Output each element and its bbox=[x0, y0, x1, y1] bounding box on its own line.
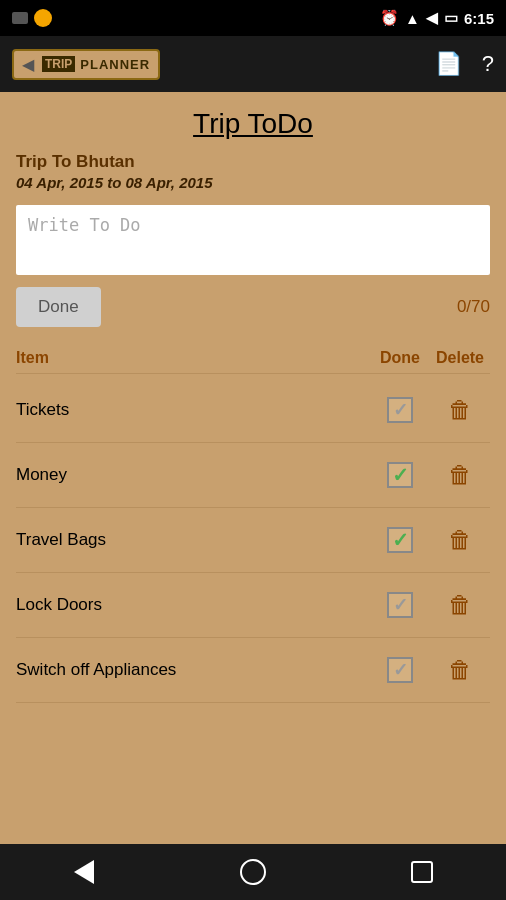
trip-dates: 04 Apr, 2015 to 08 Apr, 2015 bbox=[16, 174, 490, 191]
trash-icon: 🗑 bbox=[448, 396, 472, 424]
notification-icon bbox=[34, 9, 52, 27]
todo-checkbox[interactable]: ✓ bbox=[387, 592, 413, 618]
back-button[interactable] bbox=[64, 852, 104, 892]
todo-item-label: Money bbox=[16, 465, 370, 485]
todo-item-label: Switch off Appliances bbox=[16, 660, 370, 680]
todo-checkbox[interactable]: ✓ bbox=[387, 397, 413, 423]
back-arrow-icon: ◀ bbox=[22, 55, 34, 74]
done-button[interactable]: Done bbox=[16, 287, 101, 327]
todo-checkbox[interactable]: ✓ bbox=[387, 462, 413, 488]
todo-delete-button[interactable]: 🗑 bbox=[430, 396, 490, 424]
todo-checkbox-wrap: ✓ bbox=[370, 657, 430, 683]
todo-input[interactable] bbox=[16, 205, 490, 275]
todo-checkbox[interactable]: ✓ bbox=[387, 657, 413, 683]
todo-checkbox-wrap: ✓ bbox=[370, 397, 430, 423]
todo-checkbox[interactable]: ✓ bbox=[387, 527, 413, 553]
col-done-header: Done bbox=[370, 349, 430, 367]
trip-name: Trip To Bhutan bbox=[16, 152, 490, 172]
page-title: Trip ToDo bbox=[16, 92, 490, 152]
main-content: Trip ToDo Trip To Bhutan 04 Apr, 2015 to… bbox=[0, 92, 506, 844]
todo-delete-button[interactable]: 🗑 bbox=[430, 656, 490, 684]
planner-label: PLANNER bbox=[80, 57, 150, 72]
trash-icon: 🗑 bbox=[448, 656, 472, 684]
trash-icon: 🗑 bbox=[448, 461, 472, 489]
nav-actions: 📄 ? bbox=[435, 51, 494, 77]
todo-checkbox-wrap: ✓ bbox=[370, 592, 430, 618]
table-row: Money✓🗑 bbox=[16, 443, 490, 508]
signal-icon: ◀ bbox=[426, 9, 438, 27]
done-row: Done 0/70 bbox=[16, 287, 490, 327]
table-row: Travel Bags✓🗑 bbox=[16, 508, 490, 573]
home-button[interactable] bbox=[233, 852, 273, 892]
todo-item-label: Lock Doors bbox=[16, 595, 370, 615]
time-display: 6:15 bbox=[464, 10, 494, 27]
nav-bar: ◀ TRIP PLANNER 📄 ? bbox=[0, 36, 506, 92]
battery-icon: ▭ bbox=[444, 9, 458, 27]
table-row: Lock Doors✓🗑 bbox=[16, 573, 490, 638]
screenshot-icon bbox=[12, 12, 28, 24]
todo-list: Tickets✓🗑Money✓🗑Travel Bags✓🗑Lock Doors✓… bbox=[16, 378, 490, 703]
checkmark-gray-icon: ✓ bbox=[393, 399, 408, 421]
col-delete-header: Delete bbox=[430, 349, 490, 367]
todo-delete-button[interactable]: 🗑 bbox=[430, 526, 490, 554]
status-bar: ⏰ ▲ ◀ ▭ 6:15 bbox=[0, 0, 506, 36]
document-icon[interactable]: 📄 bbox=[435, 51, 462, 77]
todo-checkbox-wrap: ✓ bbox=[370, 462, 430, 488]
trash-icon: 🗑 bbox=[448, 526, 472, 554]
table-row: Tickets✓🗑 bbox=[16, 378, 490, 443]
wifi-icon: ▲ bbox=[405, 10, 420, 27]
checkmark-gray-icon: ✓ bbox=[393, 594, 408, 616]
status-right-icons: ⏰ ▲ ◀ ▭ 6:15 bbox=[380, 9, 494, 27]
todo-item-label: Travel Bags bbox=[16, 530, 370, 550]
table-row: Switch off Appliances✓🗑 bbox=[16, 638, 490, 703]
app-logo[interactable]: ◀ TRIP PLANNER bbox=[12, 49, 160, 80]
table-header: Item Done Delete bbox=[16, 343, 490, 374]
recents-button[interactable] bbox=[402, 852, 442, 892]
checkmark-green-icon: ✓ bbox=[392, 463, 409, 487]
alarm-icon: ⏰ bbox=[380, 9, 399, 27]
col-item-header: Item bbox=[16, 349, 370, 367]
todo-item-label: Tickets bbox=[16, 400, 370, 420]
char-count: 0/70 bbox=[457, 297, 490, 317]
trash-icon: 🗑 bbox=[448, 591, 472, 619]
bottom-nav bbox=[0, 844, 506, 900]
checkmark-green-icon: ✓ bbox=[392, 528, 409, 552]
help-icon[interactable]: ? bbox=[482, 51, 494, 77]
status-left-icons bbox=[12, 9, 52, 27]
trip-label: TRIP bbox=[42, 56, 75, 72]
checkmark-gray-icon: ✓ bbox=[393, 659, 408, 681]
todo-delete-button[interactable]: 🗑 bbox=[430, 461, 490, 489]
todo-delete-button[interactable]: 🗑 bbox=[430, 591, 490, 619]
todo-checkbox-wrap: ✓ bbox=[370, 527, 430, 553]
